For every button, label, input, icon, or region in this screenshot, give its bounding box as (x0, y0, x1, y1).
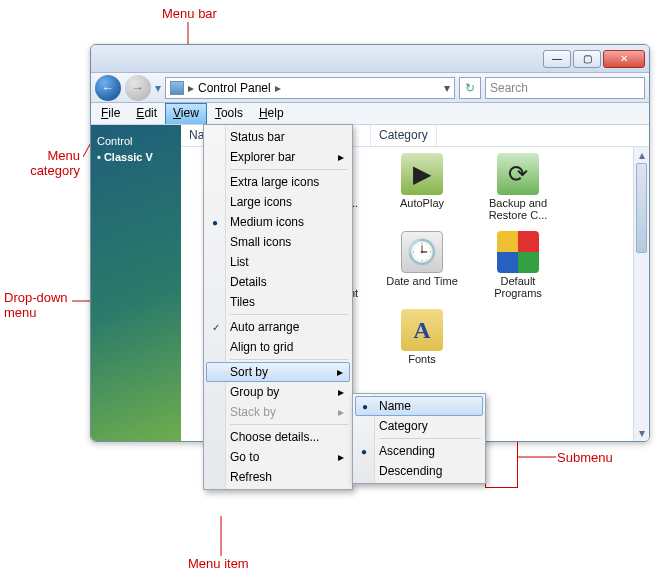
nav-history-dropdown-icon[interactable]: ▾ (155, 81, 161, 95)
menu-item-choose-details[interactable]: Choose details... (206, 427, 350, 447)
breadcrumb-sep: ▸ (275, 81, 281, 95)
menu-item-sort-by[interactable]: Sort by▸ (206, 362, 350, 382)
menu-item-xl-icons[interactable]: Extra large icons (206, 172, 350, 192)
maximize-button[interactable]: ▢ (573, 50, 601, 68)
search-input[interactable]: Search (485, 77, 645, 99)
anno-menu-category: Menu category (24, 148, 80, 178)
menu-edit[interactable]: Edit (128, 103, 165, 124)
menu-item-list[interactable]: List (206, 252, 350, 272)
check-icon: ✓ (212, 322, 220, 333)
sidebar-item[interactable]: Classic V (97, 149, 175, 165)
breadcrumb[interactable]: Control Panel (198, 81, 271, 95)
forward-button[interactable]: → (125, 75, 151, 101)
breadcrumb-sep: ▸ (188, 81, 194, 95)
sidebar-item[interactable]: Control (97, 133, 175, 149)
anno-menu-bar: Menu bar (162, 6, 217, 21)
col-category[interactable]: Category (371, 125, 437, 146)
fonts-icon: A (401, 309, 443, 351)
address-dropdown-icon[interactable]: ▾ (444, 81, 450, 95)
menu-item-group-by[interactable]: Group by▸ (206, 382, 350, 402)
list-item[interactable]: ▶AutoPlay (383, 153, 461, 221)
anno-menu-item: Menu item (188, 556, 249, 571)
anno-dropdown: Drop-down menu (4, 290, 84, 320)
bullet-icon: ● (362, 401, 368, 412)
menu-item-details[interactable]: Details (206, 272, 350, 292)
autoplay-icon: ▶ (401, 153, 443, 195)
submenu-arrow-icon: ▸ (338, 385, 344, 399)
menu-item-refresh[interactable]: Refresh (206, 467, 350, 487)
address-bar: ← → ▾ ▸ Control Panel ▸ ▾ ↻ Search (91, 73, 649, 103)
submenu-arrow-icon: ▸ (337, 365, 343, 379)
list-item[interactable]: 🕒Date and Time (383, 231, 461, 299)
submenu-arrow-icon: ▸ (338, 405, 344, 419)
explorer-window: — ▢ ✕ ← → ▾ ▸ Control Panel ▸ ▾ ↻ Search… (90, 44, 650, 442)
list-item[interactable]: ⟳Backup and Restore C... (479, 153, 557, 221)
list-item[interactable]: Default Programs (479, 231, 557, 299)
side-pane: Control Classic V (91, 125, 181, 441)
submenu-item-name[interactable]: ●Name (355, 396, 483, 416)
close-button[interactable]: ✕ (603, 50, 645, 68)
menu-item-explorer-bar[interactable]: Explorer bar▸ (206, 147, 350, 167)
menu-item-status-bar[interactable]: Status bar (206, 127, 350, 147)
submenu-item-descending[interactable]: Descending (355, 461, 483, 481)
submenu-item-ascending[interactable]: ●Ascending (355, 441, 483, 461)
view-dropdown-menu: Status bar Explorer bar▸ Extra large ico… (203, 124, 353, 490)
menu-bar: File Edit View Tools Help (91, 103, 649, 125)
menu-item-s-icons[interactable]: Small icons (206, 232, 350, 252)
menu-tools[interactable]: Tools (207, 103, 251, 124)
sort-by-submenu: ●Name Category ●Ascending Descending (352, 393, 486, 484)
list-item[interactable]: AFonts (383, 309, 461, 365)
back-button[interactable]: ← (95, 75, 121, 101)
menu-item-go-to[interactable]: Go to▸ (206, 447, 350, 467)
menu-item-align-grid[interactable]: Align to grid (206, 337, 350, 357)
scroll-thumb[interactable] (636, 163, 647, 253)
address-box[interactable]: ▸ Control Panel ▸ ▾ (165, 77, 455, 99)
location-icon (170, 81, 184, 95)
menu-view[interactable]: View (165, 103, 207, 124)
minimize-button[interactable]: — (543, 50, 571, 68)
scroll-down-icon[interactable]: ▾ (634, 425, 649, 441)
anno-submenu: Submenu (557, 450, 613, 465)
submenu-arrow-icon: ▸ (338, 450, 344, 464)
menu-item-stack-by: Stack by▸ (206, 402, 350, 422)
vertical-scrollbar[interactable]: ▴ ▾ (633, 147, 649, 441)
menu-item-m-icons[interactable]: ●Medium icons (206, 212, 350, 232)
menu-item-auto-arrange[interactable]: ✓Auto arrange (206, 317, 350, 337)
menu-item-l-icons[interactable]: Large icons (206, 192, 350, 212)
titlebar: — ▢ ✕ (91, 45, 649, 73)
bullet-icon: ● (361, 446, 367, 457)
menu-file[interactable]: File (93, 103, 128, 124)
bullet-icon: ● (212, 217, 218, 228)
default-programs-icon (497, 231, 539, 273)
clock-icon: 🕒 (401, 231, 443, 273)
refresh-button[interactable]: ↻ (459, 77, 481, 99)
submenu-item-category[interactable]: Category (355, 416, 483, 436)
submenu-arrow-icon: ▸ (338, 150, 344, 164)
menu-item-tiles[interactable]: Tiles (206, 292, 350, 312)
menu-help[interactable]: Help (251, 103, 292, 124)
scroll-up-icon[interactable]: ▴ (634, 147, 649, 163)
backup-icon: ⟳ (497, 153, 539, 195)
